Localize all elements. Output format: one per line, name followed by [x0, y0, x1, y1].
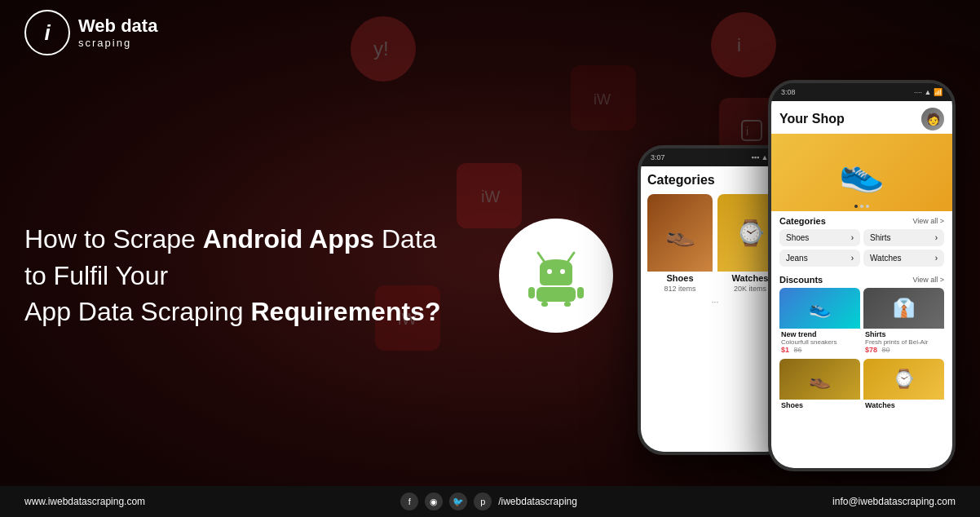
dot-3: [866, 205, 869, 208]
headline-part4: Requirements?: [251, 297, 441, 326]
headline-part2: Android Apps: [203, 224, 374, 254]
android-circle: [499, 219, 613, 333]
svg-line-8: [568, 253, 574, 261]
svg-rect-11: [536, 287, 576, 302]
headline-part1: How to Scrape: [24, 224, 203, 254]
svg-point-10: [560, 269, 565, 274]
footer-social: f ◉ 🐦 p /iwebdatascraping: [400, 493, 577, 510]
pinterest-icon[interactable]: p: [474, 493, 492, 510]
list-item[interactable]: Watches›: [863, 250, 944, 267]
shoes2-image: 👞: [779, 359, 860, 400]
phone-large-time: 3:08: [781, 88, 796, 96]
shoes-count: 812 items: [647, 285, 713, 293]
shop-header: Your Shop 🧑: [771, 101, 952, 134]
phone-large-signal: ···· ▲ 📶: [914, 88, 942, 96]
list-item[interactable]: 👟 New trend Colourfull sneakers $1 86: [779, 288, 860, 356]
price-old-shirts: 80: [882, 346, 890, 354]
shirts-name: Shirts: [863, 329, 944, 338]
logo-text-block: Web data scraping: [78, 15, 157, 50]
svg-rect-13: [577, 287, 584, 298]
shirts-image: 👔: [863, 288, 944, 329]
cat-watches: Watches: [870, 254, 902, 263]
shop-title: Your Shop: [779, 112, 845, 126]
banner-image: 👟: [839, 151, 885, 194]
facebook-icon[interactable]: f: [400, 493, 418, 510]
list-item[interactable]: Shoes›: [779, 229, 860, 246]
list-item[interactable]: ⌚ Watches: [863, 359, 944, 409]
svg-rect-15: [564, 302, 571, 307]
phone-large: 3:08 ···· ▲ 📶 Your Shop 🧑 👟: [768, 80, 956, 471]
android-robot-icon: [523, 243, 589, 308]
twitter-icon[interactable]: 🐦: [449, 493, 467, 510]
list-item[interactable]: 👞 Shoes: [779, 359, 860, 409]
discounts-header: Discounts View all >: [779, 275, 944, 285]
small-categories-title: Categories: [647, 173, 783, 188]
phone-large-notch: 3:08 ···· ▲ 📶: [771, 83, 952, 101]
shirts-desc: Fresh prints of Bel-Air: [863, 338, 944, 346]
content-area: How to Scrape Android Apps Data to Fulfi…: [0, 65, 980, 486]
sneakers-price: $1 86: [779, 346, 860, 356]
phones-container: 3:07 ▪▪▪ ▲ 📶 Categories 👞 Shoes 812 item…: [638, 80, 956, 471]
list-item[interactable]: 👔 Shirts Fresh prints of Bel-Air $78 80: [863, 288, 944, 356]
hero-banner: 👟: [771, 134, 952, 211]
categories-label: Categories: [779, 216, 826, 226]
discounts-view-all: View all >: [912, 276, 944, 284]
logo-circle: i: [24, 10, 70, 55]
categories-header: Categories View all >: [779, 216, 944, 226]
list-item[interactable]: Jeans›: [779, 250, 860, 267]
price-new-shirts: $78: [865, 346, 877, 354]
sneakers-name: New trend: [779, 329, 860, 338]
cat-jeans: Jeans: [786, 254, 808, 263]
list-item[interactable]: Shirts›: [863, 229, 944, 246]
discounts-label: Discounts: [779, 275, 823, 285]
phone-small-time: 3:07: [651, 153, 665, 161]
small-category-grid: 👞 Shoes 812 items ⌚ Watches 20K items: [647, 194, 783, 293]
svg-point-9: [547, 269, 552, 274]
phone-large-screen: Your Shop 🧑 👟: [771, 101, 952, 468]
categories-section: Categories View all > Shoes› Shirts›: [771, 211, 952, 272]
headline-part3: Data: [374, 224, 436, 254]
shirts-price: $78 80: [863, 346, 944, 356]
left-text: How to Scrape Android Apps Data to Fulfi…: [24, 221, 475, 330]
phone-small-screen: Categories 👞 Shoes 812 items ⌚ Watches: [641, 166, 789, 452]
cat-shoes: Shoes: [786, 233, 809, 242]
avatar: 🧑: [921, 108, 944, 130]
headline: How to Scrape Android Apps Data to Fulfi…: [24, 221, 475, 330]
social-handle: /iwebdatascraping: [498, 496, 577, 507]
svg-rect-14: [541, 302, 548, 307]
svg-line-7: [538, 253, 544, 261]
footer: www.iwebdatascraping.com f ◉ 🐦 p /iwebda…: [0, 486, 980, 517]
more-hint: ···: [647, 298, 783, 307]
discounts-section: Discounts View all > 👟 New trend Colourf…: [771, 272, 952, 413]
instagram-icon[interactable]: ◉: [425, 493, 443, 510]
main-content: i Web data scraping How to Scrape Androi…: [0, 0, 980, 517]
banner-dots: [854, 205, 869, 208]
discounts-grid: 👟 New trend Colourfull sneakers $1 86: [779, 288, 944, 409]
footer-email: info@iwebdatascraping.com: [832, 496, 956, 507]
header: i Web data scraping: [0, 0, 980, 65]
headline-line3: App Data Scraping: [24, 297, 251, 326]
logo-letter: i: [44, 20, 50, 46]
logo-sub: scraping: [78, 37, 157, 50]
watches2-name: Watches: [863, 400, 944, 409]
categories-grid: Shoes› Shirts› Jeans› Watches›: [779, 229, 944, 267]
headline-line2: to Fulfil Your: [24, 261, 168, 290]
shoes-image: 👞: [647, 194, 713, 272]
svg-rect-12: [528, 287, 535, 298]
price-old: 86: [794, 346, 802, 354]
categories-view-all: View all >: [912, 217, 944, 225]
watches2-image: ⌚: [863, 359, 944, 400]
dot-2: [860, 205, 863, 208]
sneakers-image: 👟: [779, 288, 860, 329]
logo-name: Web data: [78, 15, 157, 37]
shoes2-name: Shoes: [779, 400, 860, 409]
phone-small-notch: 3:07 ▪▪▪ ▲ 📶: [641, 148, 789, 166]
dot-1: [854, 205, 858, 208]
price-new: $1: [781, 346, 789, 354]
list-item[interactable]: 👞 Shoes 812 items: [647, 194, 713, 293]
shoes-label: Shoes: [647, 272, 713, 285]
sneakers-desc: Colourfull sneakers: [779, 338, 860, 346]
cat-shirts: Shirts: [870, 233, 891, 242]
footer-website: www.iwebdatascraping.com: [24, 496, 145, 507]
logo-web: Web data: [78, 15, 157, 36]
